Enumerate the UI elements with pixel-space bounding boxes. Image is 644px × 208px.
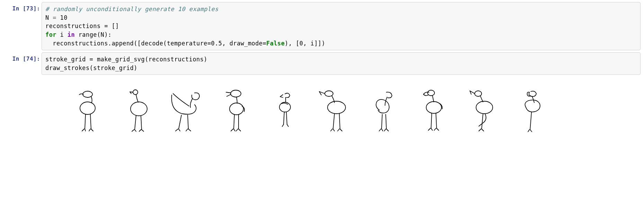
svg-line-30	[530, 112, 531, 130]
sketch-flamingo-3	[164, 85, 209, 137]
code-token: N	[45, 14, 49, 21]
svg-point-4	[133, 90, 138, 95]
sketch-flamingo-9	[459, 85, 504, 137]
prompt-number: 74	[26, 55, 33, 62]
sketch-row	[66, 85, 641, 137]
svg-line-3	[90, 114, 91, 129]
code-comment: # randomly unconditionally generate 10 e…	[45, 6, 218, 12]
input-prompt-73: In [73]:	[0, 2, 42, 15]
flamingo-svg-9	[464, 88, 499, 133]
code-text-73: # randomly unconditionally generate 10 e…	[45, 5, 637, 47]
code-token: 0	[299, 40, 303, 47]
svg-line-29	[482, 114, 483, 129]
code-token-for: for	[45, 31, 56, 38]
svg-point-1	[80, 102, 95, 114]
svg-line-12	[234, 115, 234, 129]
svg-point-5	[131, 102, 147, 116]
svg-line-26	[436, 113, 437, 128]
code-token: draw_strokes(stroke_grid)	[45, 64, 137, 71]
prompt-suffix: ]:	[33, 5, 40, 12]
svg-line-20	[339, 114, 340, 129]
svg-line-21	[382, 114, 382, 129]
code-token: i	[56, 31, 68, 38]
sketch-flamingo-6	[312, 85, 357, 137]
flamingo-svg-8	[415, 88, 450, 133]
sketch-flamingo-2	[115, 85, 160, 137]
sketch-flamingo-4	[213, 85, 258, 137]
svg-line-9	[188, 115, 188, 129]
flamingo-svg-2	[120, 88, 155, 133]
svg-point-18	[328, 101, 346, 114]
output-area	[42, 78, 644, 140]
svg-point-11	[230, 103, 243, 115]
code-input-73[interactable]: # randomly unconditionally generate 10 e…	[42, 2, 641, 50]
output-cell-74	[0, 78, 644, 140]
svg-line-2	[85, 114, 86, 129]
flamingo-svg-4	[218, 88, 253, 133]
sketch-flamingo-8	[410, 85, 455, 137]
svg-point-23	[428, 90, 435, 96]
code-text-74: stroke_grid = make_grid_svg(reconstructi…	[45, 55, 637, 72]
code-cell-73: In [73]: # randomly unconditionally gene…	[0, 2, 644, 50]
svg-point-14	[279, 102, 290, 112]
prompt-prefix: In [	[12, 55, 26, 62]
flamingo-svg-6	[315, 88, 353, 133]
code-token: 10	[60, 14, 68, 21]
prompt-suffix: ]:	[33, 55, 40, 62]
sketch-flamingo-1	[66, 85, 111, 137]
sketch-flamingo-10	[508, 85, 553, 137]
code-token: =	[49, 14, 60, 21]
code-token: stroke_grid = make_grid_svg(reconstructi…	[45, 56, 207, 63]
code-input-74[interactable]: stroke_grid = make_grid_svg(reconstructi…	[42, 52, 641, 75]
code-token: 0.5	[211, 40, 222, 47]
svg-line-16	[286, 112, 287, 124]
svg-point-27	[475, 91, 482, 96]
svg-line-7	[141, 116, 142, 130]
svg-line-22	[386, 114, 386, 129]
code-token-in: in	[68, 31, 75, 38]
svg-point-10	[231, 90, 241, 97]
flamingo-svg-7	[368, 88, 399, 133]
code-token: , i]])	[303, 40, 325, 47]
svg-line-8	[179, 115, 181, 129]
code-token: reconstructions.append([decode(temperatu…	[45, 40, 211, 47]
flamingo-svg-3	[168, 88, 206, 133]
prompt-number: 73	[26, 5, 33, 12]
code-token-false: False	[266, 40, 285, 47]
input-prompt-74: In [74]:	[0, 52, 42, 66]
notebook: In [73]: # randomly unconditionally gene…	[0, 2, 644, 140]
prompt-prefix: In [	[12, 5, 26, 12]
code-token: ), [	[285, 40, 299, 47]
code-cell-74: In [74]: stroke_grid = make_grid_svg(rec…	[0, 52, 644, 75]
flamingo-svg-5	[271, 90, 299, 131]
svg-point-28	[476, 101, 493, 114]
flamingo-svg-10	[513, 88, 548, 133]
sketch-flamingo-5	[262, 85, 307, 137]
svg-line-19	[333, 114, 334, 129]
flamingo-svg-1	[71, 88, 106, 133]
code-token: reconstructions = []	[45, 23, 119, 29]
svg-line-25	[431, 113, 432, 128]
sketch-flamingo-7	[361, 85, 406, 137]
svg-line-6	[135, 115, 136, 130]
code-token: range(N):	[75, 31, 111, 38]
code-token: , draw_mode=	[222, 40, 266, 47]
svg-line-15	[284, 112, 284, 124]
